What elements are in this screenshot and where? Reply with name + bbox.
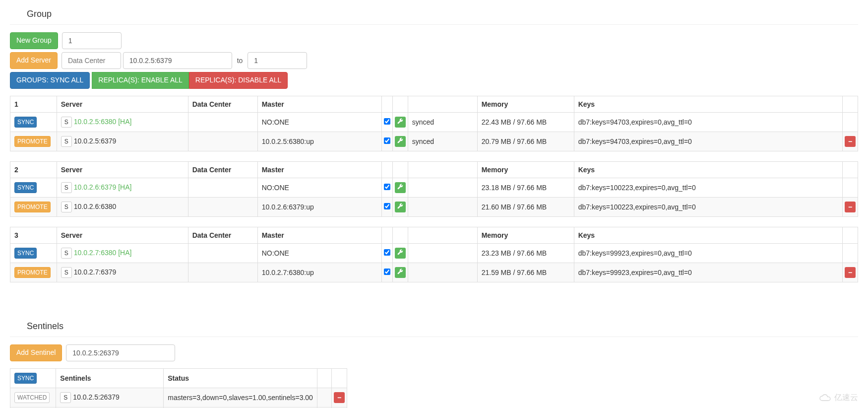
data-center-cell — [188, 263, 257, 282]
sync-button[interactable]: SYNC — [14, 182, 37, 193]
memory-cell: 23.18 MB / 97.66 MB — [477, 178, 574, 197]
add-server-button[interactable]: Add Server — [10, 52, 58, 69]
wrench-button[interactable] — [395, 182, 406, 193]
wrench-icon — [397, 118, 404, 126]
group-id-header: 1 — [10, 96, 57, 112]
new-group-button[interactable]: New Group — [10, 32, 58, 49]
add-sentinel-button[interactable]: Add Sentinel — [10, 344, 62, 361]
row-checkbox[interactable] — [384, 249, 390, 256]
divider — [10, 24, 858, 25]
master-cell: 10.0.2.6:6379:up — [257, 197, 381, 216]
server-row: PROMOTES10.0.2.6:638010.0.2.6:6379:up21.… — [10, 197, 858, 216]
wrench-button[interactable] — [395, 136, 406, 147]
memory-cell: 22.43 MB / 97.66 MB — [477, 112, 574, 132]
groups-sync-all-button[interactable]: GROUPS: SYNC ALL — [10, 72, 90, 89]
sync-state — [408, 178, 477, 197]
delete-server-button[interactable] — [845, 136, 856, 147]
master-cell: NO:ONE — [257, 112, 381, 132]
col-master: Master — [257, 227, 381, 243]
col-server: Server — [57, 227, 188, 243]
col-master: Master — [257, 161, 381, 178]
cloud-icon — [818, 394, 832, 403]
data-center-cell — [188, 132, 257, 151]
replicas-disable-all-button[interactable]: REPLICA(S): DISABLE ALL — [189, 72, 288, 89]
replicas-enable-all-button[interactable]: REPLICA(S): ENABLE ALL — [92, 72, 189, 89]
server-badge[interactable]: S — [61, 182, 72, 193]
promote-button[interactable]: PROMOTE — [14, 136, 51, 147]
wrench-button[interactable] — [395, 267, 406, 278]
col-memory: Memory — [477, 227, 574, 243]
wrench-button[interactable] — [395, 202, 406, 212]
col-server: Server — [57, 161, 188, 178]
server-badge[interactable]: S — [61, 267, 72, 278]
sentinel-address-input[interactable] — [66, 344, 175, 361]
delete-server-button[interactable] — [845, 202, 856, 212]
col-status: Status — [164, 368, 317, 388]
data-center-input[interactable] — [62, 52, 121, 69]
sync-state — [408, 197, 477, 216]
server-row: SYNCS10.0.2.6:6379 [HA]NO:ONE23.18 MB / … — [10, 178, 858, 197]
col-data-center: Data Center — [188, 161, 257, 178]
row-checkbox[interactable] — [384, 137, 390, 144]
data-center-cell — [188, 197, 257, 216]
col-keys: Keys — [574, 227, 842, 243]
col-keys: Keys — [574, 96, 842, 112]
server-row: SYNCS10.0.2.7:6380 [HA]NO:ONE23.23 MB / … — [10, 243, 858, 263]
server-badge[interactable]: S — [61, 117, 72, 128]
server-link[interactable]: 10.0.2.7:6380 [HA] — [74, 249, 132, 257]
keys-cell: db7:keys=94703,expires=0,avg_ttl=0 — [574, 112, 842, 132]
minus-icon — [848, 269, 852, 276]
col-server: Server — [57, 96, 188, 112]
server-text: 10.0.2.6:6380 — [74, 203, 117, 210]
server-row: PROMOTES10.0.2.5:637910.0.2.5:6380:upsyn… — [10, 132, 858, 151]
wrench-icon — [397, 249, 404, 257]
row-checkbox[interactable] — [384, 269, 390, 275]
wrench-icon — [397, 137, 404, 145]
wrench-button[interactable] — [395, 248, 406, 259]
col-spacer — [317, 368, 331, 388]
sync-state: synced — [408, 132, 477, 151]
master-cell: NO:ONE — [257, 243, 381, 263]
promote-button[interactable]: PROMOTE — [14, 202, 51, 212]
col-keys: Keys — [574, 161, 842, 178]
wrench-button[interactable] — [395, 117, 406, 128]
sentinel-addr: 10.0.2.5:26379 — [73, 393, 119, 401]
minus-icon — [848, 137, 852, 145]
master-cell: 10.0.2.7:6380:up — [257, 263, 381, 282]
sync-state: synced — [408, 112, 477, 132]
wrench-icon — [397, 184, 404, 192]
row-checkbox[interactable] — [384, 203, 390, 209]
server-badge[interactable]: S — [61, 202, 72, 212]
server-link[interactable]: 10.0.2.6:6379 [HA] — [74, 183, 132, 191]
server-badge[interactable]: S — [61, 248, 72, 259]
new-group-input[interactable] — [62, 32, 122, 49]
wrench-icon — [397, 269, 404, 276]
group-section-title: Group — [27, 9, 858, 19]
server-badge[interactable]: S — [61, 136, 72, 147]
group-table: 3ServerData CenterMasterMemoryKeysSYNCS1… — [10, 227, 858, 282]
server-link[interactable]: 10.0.2.5:6380 [HA] — [74, 118, 132, 126]
divider — [10, 337, 858, 337]
delete-sentinel-button[interactable] — [334, 392, 345, 403]
sync-button[interactable]: SYNC — [14, 248, 37, 259]
memory-cell: 21.59 MB / 97.66 MB — [477, 263, 574, 282]
sentinels-sync-button[interactable]: SYNC — [14, 373, 37, 384]
row-checkbox[interactable] — [384, 184, 390, 190]
server-text: 10.0.2.7:6379 — [74, 268, 117, 276]
server-badge[interactable]: S — [60, 392, 71, 403]
sentinel-status: masters=3,down=0,slaves=1.00,sentinels=3… — [164, 388, 317, 407]
delete-server-button[interactable] — [845, 267, 856, 278]
to-label: to — [234, 57, 246, 65]
keys-cell: db7:keys=94703,expires=0,avg_ttl=0 — [574, 132, 842, 151]
sync-state — [408, 263, 477, 282]
minus-icon — [848, 203, 852, 211]
group-id-input[interactable] — [248, 52, 307, 69]
server-address-input[interactable] — [123, 52, 232, 69]
promote-button[interactable]: PROMOTE — [14, 267, 51, 278]
col-memory: Memory — [477, 96, 574, 112]
watched-button: WATCHED — [14, 392, 50, 403]
row-checkbox[interactable] — [384, 118, 390, 125]
sync-button[interactable]: SYNC — [14, 117, 37, 128]
data-center-cell — [188, 112, 257, 132]
server-row: PROMOTES10.0.2.7:637910.0.2.7:6380:up21.… — [10, 263, 858, 282]
